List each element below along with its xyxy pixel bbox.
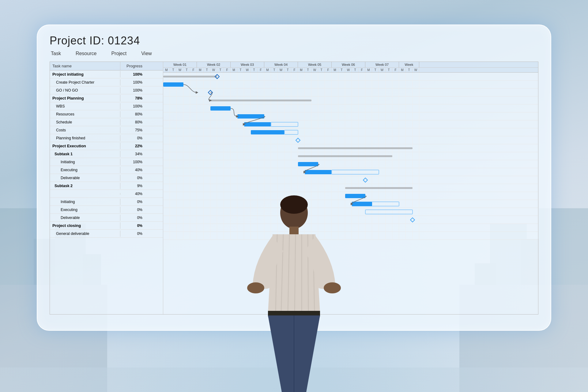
task-row: Create Project Charter100% (50, 78, 163, 86)
gantt-day-col (163, 200, 170, 208)
gantt-day-col (197, 120, 204, 128)
gantt-day-col (170, 128, 177, 136)
gantt-day-col (237, 144, 244, 152)
menu-view[interactable]: View (140, 50, 153, 57)
gantt-day-col (224, 89, 231, 96)
gantt-day-col (170, 168, 177, 176)
gantt-day-col (177, 73, 183, 81)
gantt-day-col (359, 136, 365, 144)
gantt-day-col (318, 81, 325, 89)
gantt-day-col (379, 120, 386, 128)
gantt-day-col (413, 89, 419, 96)
gantt-day-col (258, 144, 264, 152)
gantt-day-col (379, 136, 386, 144)
gantt-day-col (190, 89, 197, 96)
gantt-day-col (406, 232, 413, 240)
task-row: Costs75% (50, 126, 163, 134)
gantt-day-col (413, 160, 419, 168)
gantt-day-col (372, 73, 379, 81)
gantt-day-col (197, 232, 204, 240)
gantt-day-col (237, 81, 244, 89)
day-header-cell: T (204, 68, 210, 72)
gantt-day-col (318, 120, 325, 128)
gantt-day-col (311, 168, 318, 176)
gantt-day-col (379, 144, 386, 152)
day-header-cell: W (244, 68, 251, 72)
gantt-day-col (163, 232, 170, 240)
task-name-cell: Subtask 2 (50, 183, 120, 189)
gantt-day-col (197, 104, 204, 112)
gantt-day-col (372, 120, 379, 128)
task-name-cell: Project initiating (50, 71, 120, 77)
task-progress-cell: 34% (120, 151, 145, 157)
gantt-day-col (325, 104, 332, 112)
gantt-row (163, 128, 538, 136)
gantt-day-col (365, 176, 372, 184)
gantt-day-col (352, 192, 359, 200)
gantt-day-col (352, 176, 359, 184)
gantt-day-col (365, 168, 372, 176)
gantt-day-col (413, 128, 419, 136)
gantt-day-col (379, 192, 386, 200)
gantt-day-col (332, 112, 338, 120)
gantt-day-col (325, 144, 332, 152)
gantt-day-col (359, 120, 365, 128)
gantt-day-col (318, 152, 325, 160)
header-progress: Progress (120, 62, 145, 70)
gantt-day-col (359, 73, 365, 81)
task-rows: Project initiating100%Create Project Cha… (50, 70, 163, 238)
gantt-day-col (392, 96, 399, 104)
gantt-day-col (244, 168, 251, 176)
gantt-day-col (392, 216, 399, 224)
gantt-day-col (413, 104, 419, 112)
gantt-day-col (177, 176, 183, 184)
gantt-day-col (264, 89, 271, 96)
gantt-day-col (291, 176, 298, 184)
day-header-cell: T (406, 68, 413, 72)
gantt-day-col (379, 200, 386, 208)
gantt-day-col (318, 176, 325, 184)
gantt-day-col (190, 120, 197, 128)
week-header-cell: Week 05 (298, 62, 332, 67)
gantt-day-col (325, 168, 332, 176)
gantt-day-col (177, 216, 183, 224)
gantt-day-col (399, 73, 406, 81)
day-header-cell: F (291, 68, 298, 72)
gantt-day-col (183, 89, 190, 96)
menu-resource[interactable]: Resource (74, 50, 98, 57)
gantt-day-col (170, 89, 177, 96)
gantt-day-col (372, 104, 379, 112)
gantt-day-col (352, 168, 359, 176)
gantt-day-col (244, 73, 251, 81)
day-header-cell: T (170, 68, 177, 72)
gantt-day-col (413, 144, 419, 152)
gantt-day-col (338, 112, 345, 120)
gantt-day-col (210, 176, 217, 184)
gantt-day-col (197, 176, 204, 184)
gantt-day-col (386, 136, 392, 144)
gantt-day-col (392, 208, 399, 216)
gantt-day-col (338, 152, 345, 160)
menu-task[interactable]: Task (50, 50, 62, 57)
gantt-day-col (291, 128, 298, 136)
gantt-day-col (392, 192, 399, 200)
gantt-day-col (318, 168, 325, 176)
gantt-day-col (352, 216, 359, 224)
gantt-day-col (190, 200, 197, 208)
gantt-day-col (406, 89, 413, 96)
gantt-day-col (392, 144, 399, 152)
gantt-day-col (264, 176, 271, 184)
gantt-day-col (379, 128, 386, 136)
menu-project[interactable]: Project (110, 50, 128, 57)
gantt-day-col (204, 200, 210, 208)
gantt-day-col (258, 168, 264, 176)
gantt-day-col (359, 232, 365, 240)
gantt-day-col (399, 224, 406, 232)
gantt-day-col (271, 120, 278, 128)
gantt-day-col (264, 104, 271, 112)
gantt-day-col (183, 96, 190, 104)
gantt-day-col (345, 128, 352, 136)
task-row: Executing0% (50, 206, 163, 214)
gantt-day-col (163, 176, 170, 184)
task-name-cell: Initiating (50, 199, 120, 205)
